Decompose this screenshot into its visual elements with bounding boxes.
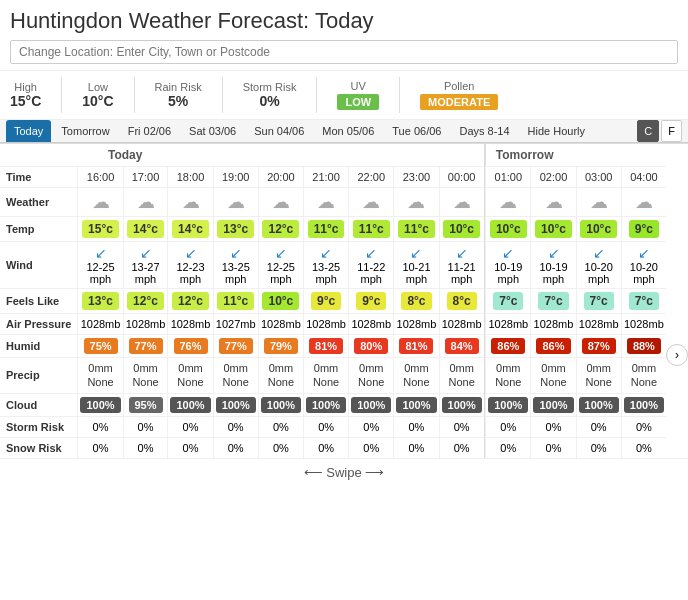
humid-17: 77% <box>123 335 168 358</box>
precip-16: 0mmNone <box>78 358 123 394</box>
unit-c[interactable]: C <box>637 120 659 142</box>
pressure-01: 1028mb <box>486 314 531 335</box>
precip-row: Precip 0mmNone 0mmNone 0mmNone 0mmNone 0… <box>0 358 688 394</box>
weather-20: ☁ <box>258 188 303 217</box>
wind-18: ↙12-23mph <box>168 242 213 289</box>
wind-23: ↙10-21mph <box>394 242 439 289</box>
tab-days[interactable]: Days 8-14 <box>451 120 517 142</box>
tab-sun[interactable]: Sun 04/06 <box>246 120 312 142</box>
wind-22: ↙11-22mph <box>349 242 394 289</box>
pressure-19: 1027mb <box>213 314 258 335</box>
snow-23: 0% <box>394 437 439 458</box>
cloud-19: 100% <box>213 393 258 416</box>
humid-row: Humid 75% 77% 76% 77% 79% 81% 80% 81% 84… <box>0 335 688 358</box>
cloud-04: 100% <box>621 393 666 416</box>
tab-today[interactable]: Today <box>6 120 51 142</box>
time-01: 01:00 <box>486 167 531 188</box>
feels-01: 7°c <box>486 289 531 314</box>
cloud-01: 100% <box>486 393 531 416</box>
snow-04: 0% <box>621 437 666 458</box>
tab-tue[interactable]: Tue 06/06 <box>384 120 449 142</box>
cloud-17: 95% <box>123 393 168 416</box>
storm-16: 0% <box>78 416 123 437</box>
feels-row: Feels Like 13°c 12°c 12°c 11°c 10°c 9°c … <box>0 289 688 314</box>
snow-03: 0% <box>576 437 621 458</box>
cloud-row: Cloud 100% 95% 100% 100% 100% 100% 100% … <box>0 393 688 416</box>
cloud-02: 100% <box>531 393 576 416</box>
cloud-row-label: Cloud <box>0 393 78 416</box>
cloud-00: 100% <box>439 393 484 416</box>
next-arrow-icon[interactable]: › <box>666 344 688 366</box>
weather-00: ☁ <box>439 188 484 217</box>
tab-hide[interactable]: Hide Hourly <box>520 120 593 142</box>
wind-16: ↙12-25mph <box>78 242 123 289</box>
weather-03: ☁ <box>576 188 621 217</box>
cloud-icon: ☁ <box>137 192 155 212</box>
precip-17: 0mmNone <box>123 358 168 394</box>
pressure-23: 1028mb <box>394 314 439 335</box>
snow-00: 0% <box>439 437 484 458</box>
time-23: 23:00 <box>394 167 439 188</box>
humid-04: 88% <box>621 335 666 358</box>
weather-22: ☁ <box>349 188 394 217</box>
temp-19: 13°c <box>213 217 258 242</box>
pressure-row: Air Pressure 1028mb 1028mb 1028mb 1027mb… <box>0 314 688 335</box>
humid-19: 77% <box>213 335 258 358</box>
precip-01: 0mmNone <box>486 358 531 394</box>
time-00: 00:00 <box>439 167 484 188</box>
tab-fri[interactable]: Fri 02/06 <box>120 120 179 142</box>
cloud-23: 100% <box>394 393 439 416</box>
time-16: 16:00 <box>78 167 123 188</box>
weather-table-wrapper: Today Tomorrow Time 16:00 17:00 18:00 19… <box>0 143 688 458</box>
humid-22: 80% <box>349 335 394 358</box>
storm-row: Storm Risk 0% 0% 0% 0% 0% 0% 0% 0% 0% 0%… <box>0 416 688 437</box>
pollen-summary: Pollen MODERATE <box>420 80 498 110</box>
temp-23: 11°c <box>394 217 439 242</box>
storm-summary: Storm Risk 0% <box>243 81 297 109</box>
weather-row-label: Weather <box>0 188 78 217</box>
low-summary: Low 10°C <box>82 81 113 109</box>
precip-row-label: Precip <box>0 358 78 394</box>
pressure-02: 1028mb <box>531 314 576 335</box>
feels-16: 13°c <box>78 289 123 314</box>
tab-tomorrow[interactable]: Tomorrow <box>53 120 117 142</box>
tab-sat[interactable]: Sat 03/06 <box>181 120 244 142</box>
section-header-row: Today Tomorrow <box>0 144 688 167</box>
cloud-icon: ☁ <box>92 192 110 212</box>
weather-17: ☁ <box>123 188 168 217</box>
cloud-icon: ☁ <box>317 192 335 212</box>
weather-02: ☁ <box>531 188 576 217</box>
precip-18: 0mmNone <box>168 358 213 394</box>
cloud-icon: ☁ <box>635 192 653 212</box>
feels-22: 9°c <box>349 289 394 314</box>
tab-mon[interactable]: Mon 05/06 <box>314 120 382 142</box>
temp-01: 10°c <box>486 217 531 242</box>
precip-19: 0mmNone <box>213 358 258 394</box>
storm-22: 0% <box>349 416 394 437</box>
cloud-icon: ☁ <box>407 192 425 212</box>
humid-02: 86% <box>531 335 576 358</box>
cloud-icon: ☁ <box>499 192 517 212</box>
unit-f[interactable]: F <box>661 120 682 142</box>
wind-00: ↙11-21mph <box>439 242 484 289</box>
location-input[interactable] <box>10 40 678 64</box>
temp-04: 9°c <box>621 217 666 242</box>
temp-20: 12°c <box>258 217 303 242</box>
snow-20: 0% <box>258 437 303 458</box>
wind-row: Wind ↙12-25mph ↙13-27mph ↙12-23mph ↙13-2… <box>0 242 688 289</box>
snow-16: 0% <box>78 437 123 458</box>
wind-19: ↙13-25mph <box>213 242 258 289</box>
uv-summary: UV LOW <box>337 80 379 110</box>
pressure-17: 1028mb <box>123 314 168 335</box>
snow-row-label: Snow Risk <box>0 437 78 458</box>
tab-bar: Today Tomorrow Fri 02/06 Sat 03/06 Sun 0… <box>0 120 688 143</box>
storm-03: 0% <box>576 416 621 437</box>
pressure-03: 1028mb <box>576 314 621 335</box>
feels-21: 9°c <box>303 289 348 314</box>
feels-02: 7°c <box>531 289 576 314</box>
cloud-icon: ☁ <box>590 192 608 212</box>
cloud-22: 100% <box>349 393 394 416</box>
storm-21: 0% <box>303 416 348 437</box>
cloud-03: 100% <box>576 393 621 416</box>
cloud-icon: ☁ <box>272 192 290 212</box>
